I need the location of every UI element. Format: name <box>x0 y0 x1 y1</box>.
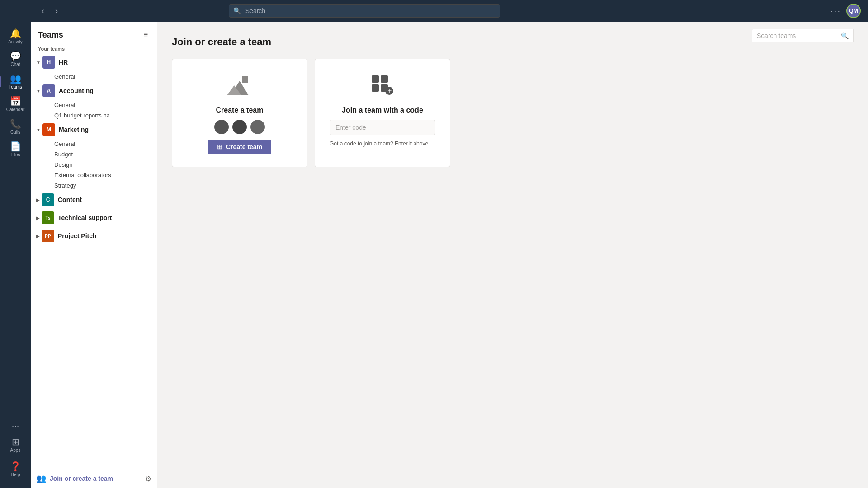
search-teams-icon: 🔍 <box>841 32 849 39</box>
page-title: Join or create a team <box>172 36 854 48</box>
team-avatar-hr: H <box>42 56 55 69</box>
more-icon: ··· <box>12 421 19 430</box>
create-team-button[interactable]: ⊞ Create team <box>208 140 271 154</box>
top-right-actions: ··· QM <box>830 4 861 18</box>
team-name-pitch: Project Pitch <box>58 232 142 239</box>
svg-rect-5 <box>372 84 379 92</box>
teams-label: Teams <box>9 84 22 89</box>
member-avatar-2 <box>232 120 247 134</box>
join-team-icon-wrap: + <box>368 72 397 101</box>
sidebar-item-files[interactable]: 📄 Files <box>0 138 31 161</box>
files-icon: 📄 <box>10 142 21 151</box>
sidebar-item-apps[interactable]: ⊞ Apps <box>10 434 21 456</box>
more-apps-item[interactable]: ··· <box>0 418 31 434</box>
join-create-label: Join or create a team <box>50 475 113 482</box>
create-team-icon <box>226 73 253 100</box>
rail-bottom: ⊞ Apps ❓ Help <box>10 434 21 484</box>
team-name-marketing: Marketing <box>59 126 142 133</box>
top-bar: ‹ › 🔍 ··· QM <box>31 0 868 22</box>
more-options-button[interactable]: ··· <box>830 6 841 16</box>
create-team-title: Create a team <box>216 106 264 114</box>
cards-row: Create a team ⊞ Create team <box>172 59 854 167</box>
filter-button[interactable]: ≡ <box>142 29 150 41</box>
channel-accounting-q1[interactable]: Q1 budget reports ha <box>31 110 157 121</box>
channel-marketing-strategy[interactable]: Strategy <box>31 180 157 191</box>
teams-sidebar: Teams ≡ Your teams ▼ H HR ··· General ▼ … <box>31 22 157 488</box>
channel-marketing-external[interactable]: External collaborators <box>31 170 157 180</box>
team-name-content: Content <box>58 196 142 203</box>
svg-rect-3 <box>372 75 379 83</box>
channel-marketing-design[interactable]: Design <box>31 160 157 170</box>
chevron-icon-pitch: ▶ <box>36 234 40 239</box>
sidebar-footer: 👥 Join or create a team ⚙ <box>31 469 157 488</box>
team-name-hr: HR <box>59 59 142 66</box>
sidebar-item-calls[interactable]: 📞 Calls <box>0 116 31 138</box>
team-item-hr[interactable]: ▼ H HR ··· <box>31 53 157 71</box>
calls-icon: 📞 <box>10 119 21 128</box>
your-teams-label: Your teams <box>31 44 157 53</box>
calendar-icon: 📅 <box>10 97 21 106</box>
create-team-card: Create a team ⊞ Create team <box>172 59 307 167</box>
chat-label: Chat <box>10 62 20 67</box>
create-btn-icon: ⊞ <box>217 143 222 150</box>
team-name-tech: Technical support <box>58 214 142 221</box>
channel-marketing-budget[interactable]: Budget <box>31 149 157 160</box>
team-avatar-marketing: M <box>42 123 55 136</box>
chevron-icon-tech: ▶ <box>36 216 40 221</box>
svg-rect-2 <box>242 76 248 83</box>
channel-accounting-general[interactable]: General <box>31 100 157 110</box>
teams-list: Your teams ▼ H HR ··· General ▼ A Accoun… <box>31 44 157 469</box>
avatar[interactable]: QM <box>846 4 861 18</box>
nav-forward-button[interactable]: › <box>52 5 61 18</box>
team-item-content[interactable]: ▶ C Content ··· <box>31 191 157 209</box>
team-avatar-tech: Ts <box>42 211 54 224</box>
main-content: 🔍 Join or create a team Create a team ⊞ <box>157 22 868 488</box>
calls-label: Calls <box>10 130 20 135</box>
calendar-label: Calendar <box>6 107 25 112</box>
sidebar-item-activity[interactable]: 🔔 Activity <box>0 25 31 48</box>
team-item-marketing[interactable]: ▼ M Marketing ··· <box>31 121 157 139</box>
apps-label: Apps <box>10 448 21 453</box>
chevron-icon-hr: ▼ <box>36 60 41 65</box>
sidebar-item-help[interactable]: ❓ Help <box>10 458 21 481</box>
help-icon: ❓ <box>10 462 21 471</box>
apps-icon: ⊞ <box>12 437 19 446</box>
files-label: Files <box>10 152 20 157</box>
join-team-card: + Join a team with a code Got a code to … <box>315 59 450 167</box>
nav-back-button[interactable]: ‹ <box>38 5 48 18</box>
help-label: Help <box>11 472 20 477</box>
team-name-accounting: Accounting <box>59 87 142 94</box>
chevron-icon-marketing: ▼ <box>36 127 41 132</box>
team-item-project-pitch[interactable]: ▶ PP Project Pitch ··· <box>31 227 157 245</box>
team-avatar-content: C <box>42 193 54 206</box>
nav-rail: 🔔 Activity 💬 Chat 👥 Teams 📅 Calendar 📞 C… <box>0 0 31 488</box>
svg-rect-4 <box>381 75 388 83</box>
activity-icon: 🔔 <box>10 29 21 38</box>
join-create-team-button[interactable]: 👥 Join or create a team <box>36 474 113 483</box>
global-search-input[interactable] <box>229 4 500 18</box>
channel-hr-general[interactable]: General <box>31 71 157 82</box>
sidebar-item-chat[interactable]: 💬 Chat <box>0 48 31 70</box>
enter-code-input[interactable] <box>330 120 435 135</box>
settings-button[interactable]: ⚙ <box>145 474 151 483</box>
member-avatars <box>214 120 265 134</box>
join-team-icon: + <box>370 74 395 99</box>
join-create-icon: 👥 <box>36 474 46 483</box>
sidebar-item-calendar[interactable]: 📅 Calendar <box>0 93 31 116</box>
chevron-icon-accounting: ▼ <box>36 89 41 94</box>
activity-label: Activity <box>8 39 23 44</box>
join-team-title: Join a team with a code <box>342 106 423 114</box>
search-teams-input[interactable] <box>757 32 838 39</box>
svg-text:+: + <box>388 87 392 94</box>
chat-icon: 💬 <box>10 52 21 61</box>
member-avatar-1 <box>214 120 229 134</box>
team-item-technical-support[interactable]: ▶ Ts Technical support ··· <box>31 209 157 227</box>
channel-marketing-general[interactable]: General <box>31 139 157 149</box>
code-hint: Got a code to join a team? Enter it abov… <box>330 141 435 147</box>
sidebar-item-teams[interactable]: 👥 Teams <box>0 70 31 93</box>
create-btn-label: Create team <box>226 143 262 150</box>
search-teams-container: 🔍 <box>752 29 854 42</box>
team-avatar-pitch: PP <box>42 230 54 242</box>
team-item-accounting[interactable]: ▼ A Accounting ··· <box>31 82 157 100</box>
chevron-icon-content: ▶ <box>36 197 40 202</box>
